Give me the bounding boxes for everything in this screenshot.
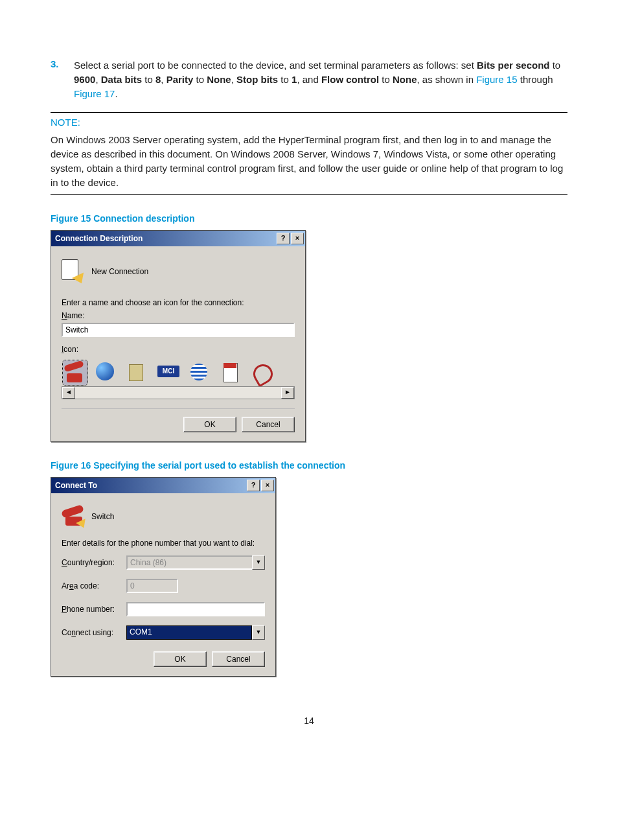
- help-button[interactable]: ?: [277, 233, 290, 244]
- new-connection-icon: [62, 259, 86, 284]
- dialog-titlebar: Connection Description ? ×: [51, 231, 305, 246]
- close-button[interactable]: ×: [291, 233, 304, 244]
- page-number: 14: [51, 716, 567, 726]
- note-label: NOTE:: [51, 117, 567, 128]
- cancel-button[interactable]: Cancel: [212, 651, 265, 667]
- close-button[interactable]: ×: [261, 480, 274, 491]
- icon-option-cable[interactable]: [249, 360, 274, 385]
- connect-using-combo[interactable]: COM1 ▼: [126, 625, 265, 640]
- note-bottom-rule: [51, 194, 567, 195]
- connect-using-dropdown-button[interactable]: ▼: [252, 625, 265, 640]
- icon-option-globe[interactable]: [94, 360, 119, 385]
- icon-option-building[interactable]: [125, 360, 150, 385]
- switch-icon: [62, 506, 86, 527]
- connection-description-dialog: Connection Description ? × New Connectio…: [51, 230, 306, 442]
- name-prompt: Enter a name and choose an icon for the …: [62, 298, 295, 307]
- cancel-button[interactable]: Cancel: [242, 417, 295, 432]
- link-figure-15[interactable]: Figure 15: [476, 74, 517, 85]
- figure-16-caption: Figure 16 Specifying the serial port use…: [51, 460, 567, 471]
- name-input[interactable]: [62, 323, 295, 337]
- figure-15-caption: Figure 15 Connection description: [51, 213, 567, 224]
- icon-scrollbar[interactable]: ◄ ►: [62, 386, 295, 399]
- connect-using-label: Connect using:: [62, 628, 126, 637]
- switch-label: Switch: [91, 512, 114, 521]
- ok-button[interactable]: OK: [183, 417, 236, 432]
- icon-option-att[interactable]: [187, 360, 212, 385]
- icon-field-label: Icon:: [62, 345, 295, 354]
- new-connection-label: New Connection: [91, 267, 148, 276]
- area-code-label: Area code:: [62, 581, 126, 590]
- step-number: 3.: [51, 58, 74, 100]
- scroll-right-button[interactable]: ►: [281, 387, 294, 399]
- scroll-left-button[interactable]: ◄: [62, 387, 75, 399]
- country-combo: China (86) ▼: [126, 555, 265, 570]
- connect-to-dialog: Connect To ? × Switch Enter details for …: [51, 477, 276, 677]
- country-value: China (86): [126, 555, 252, 570]
- ok-button[interactable]: OK: [154, 651, 207, 667]
- icon-picker[interactable]: [62, 358, 295, 386]
- note-body: On Windows 2003 Server operating system,…: [51, 133, 567, 189]
- step-3: 3. Select a serial port to be connected …: [51, 58, 567, 100]
- icon-option-phone[interactable]: [63, 360, 87, 385]
- link-figure-17[interactable]: Figure 17: [74, 88, 115, 99]
- icon-option-mci[interactable]: [156, 360, 181, 385]
- dial-prompt: Enter details for the phone number that …: [62, 539, 265, 548]
- country-label: Country/region:: [62, 558, 126, 567]
- area-code-input: [126, 579, 178, 593]
- connect-using-value[interactable]: COM1: [126, 625, 252, 640]
- dialog-title: Connection Description: [55, 234, 143, 243]
- note-top-rule: [51, 112, 567, 113]
- dialog-title: Connect To: [55, 481, 97, 490]
- phone-number-input[interactable]: [126, 602, 265, 616]
- country-dropdown-button: ▼: [252, 555, 265, 570]
- dialog-titlebar: Connect To ? ×: [51, 478, 275, 493]
- icon-option-doc[interactable]: [218, 360, 243, 385]
- help-button[interactable]: ?: [247, 480, 260, 491]
- name-field-label: Name:: [62, 311, 295, 320]
- step-text: Select a serial port to be connected to …: [74, 58, 567, 100]
- phone-number-label: Phone number:: [62, 605, 126, 614]
